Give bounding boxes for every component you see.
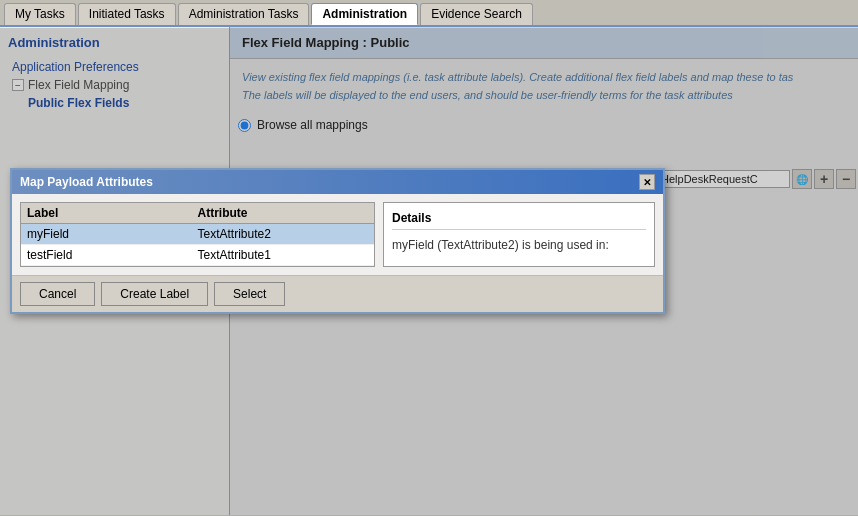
row-label-myfield: myField — [27, 227, 198, 241]
tab-administration-tasks[interactable]: Administration Tasks — [178, 3, 310, 25]
modal-overlay: Map Payload Attributes ✕ Label Attribute… — [0, 28, 858, 516]
row-attr-myfield: TextAttribute2 — [198, 227, 369, 241]
row-label-testfield: testField — [27, 248, 198, 262]
modal-details-panel: Details myField (TextAttribute2) is bein… — [383, 202, 655, 267]
table-row[interactable]: testField TextAttribute1 — [21, 245, 374, 266]
modal-body: Label Attribute myField TextAttribute2 t… — [12, 194, 663, 275]
modal-table-header: Label Attribute — [21, 203, 374, 224]
details-title: Details — [392, 211, 646, 230]
cancel-button[interactable]: Cancel — [20, 282, 95, 306]
tab-administration[interactable]: Administration — [311, 3, 418, 25]
col-header-label: Label — [27, 206, 198, 220]
row-attr-testfield: TextAttribute1 — [198, 248, 369, 262]
details-text: myField (TextAttribute2) is being used i… — [392, 238, 646, 252]
modal-footer: Cancel Create Label Select — [12, 275, 663, 312]
tab-evidence-search[interactable]: Evidence Search — [420, 3, 533, 25]
modal-title-bar: Map Payload Attributes ✕ — [12, 170, 663, 194]
modal-close-button[interactable]: ✕ — [639, 174, 655, 190]
tab-bar: My Tasks Initiated Tasks Administration … — [0, 0, 858, 27]
modal-table-panel: Label Attribute myField TextAttribute2 t… — [20, 202, 375, 267]
modal-map-payload: Map Payload Attributes ✕ Label Attribute… — [10, 168, 665, 314]
select-button[interactable]: Select — [214, 282, 285, 306]
modal-title: Map Payload Attributes — [20, 175, 153, 189]
modal-table-rows: myField TextAttribute2 testField TextAtt… — [21, 224, 374, 266]
tab-initiated-tasks[interactable]: Initiated Tasks — [78, 3, 176, 25]
table-row[interactable]: myField TextAttribute2 — [21, 224, 374, 245]
col-header-attribute: Attribute — [198, 206, 369, 220]
create-label-button[interactable]: Create Label — [101, 282, 208, 306]
tab-my-tasks[interactable]: My Tasks — [4, 3, 76, 25]
